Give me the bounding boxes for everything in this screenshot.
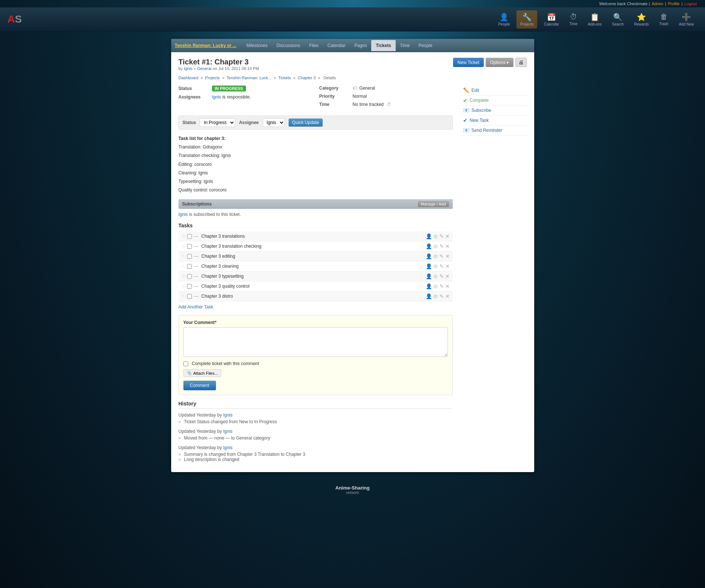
manage-add-button[interactable]: Manage / Add — [418, 201, 449, 207]
task-delete-icon-5[interactable]: ✕ — [445, 283, 450, 289]
status-select[interactable]: In Progress — [200, 118, 235, 127]
history-author-2[interactable]: Ignis — [223, 445, 232, 450]
comment-label: Your Comment* — [183, 320, 448, 325]
history-entry-1: Updated Yesterday by Ignis Moved from — … — [179, 429, 453, 441]
star-icon-4[interactable]: ☆ — [182, 274, 186, 279]
task-delete-icon-4[interactable]: ✕ — [445, 273, 450, 279]
tab-milestones[interactable]: Milestones — [242, 40, 272, 51]
task-checkbox-5[interactable] — [187, 284, 192, 289]
task-checkbox-3[interactable] — [187, 264, 192, 269]
sidebar-complete[interactable]: ✔ Complete — [460, 96, 527, 106]
task-delete-icon-2[interactable]: ✕ — [445, 253, 450, 259]
task-checkbox-6[interactable] — [187, 294, 192, 299]
task-delete-icon-6[interactable]: ✕ — [445, 293, 450, 299]
breadcrumb-tickets[interactable]: Tickets — [278, 76, 291, 80]
nav-addnew[interactable]: ➕ Add New — [675, 10, 698, 29]
task-delete-icon-3[interactable]: ✕ — [445, 263, 450, 269]
task-edit-icon-4[interactable]: ✎ — [439, 273, 444, 279]
breadcrumb-dashboard[interactable]: Dashboard — [179, 76, 199, 80]
quick-update-button[interactable]: Quick Update — [289, 118, 323, 127]
star-icon-0[interactable]: ☆ — [182, 234, 186, 239]
task-complete-icon-3[interactable]: ⊙ — [433, 263, 438, 269]
complete-checkbox[interactable] — [183, 361, 188, 366]
task-assign-icon-1[interactable]: 👤 — [426, 243, 432, 249]
task-assign-icon-6[interactable]: 👤 — [426, 293, 432, 299]
task-assign-icon-3[interactable]: 👤 — [426, 263, 432, 269]
options-button[interactable]: Options ▾ — [486, 58, 513, 67]
tab-pages[interactable]: Pages — [350, 40, 371, 51]
star-icon-3[interactable]: ☆ — [182, 264, 186, 269]
new-task-icon: ✔ — [463, 117, 468, 123]
task-complete-icon-2[interactable]: ⊙ — [433, 253, 438, 259]
nav-rewards[interactable]: ⭐ Rewards — [631, 10, 652, 29]
tab-tickets[interactable]: Tickets — [371, 40, 395, 51]
task-checkbox-2[interactable] — [187, 254, 192, 259]
history-author-1[interactable]: Ignis — [223, 429, 232, 434]
star-icon-6[interactable]: ☆ — [182, 294, 186, 299]
task-complete-icon-0[interactable]: ⊙ — [433, 233, 438, 239]
task-assign-icon-5[interactable]: 👤 — [426, 283, 432, 289]
nav-search[interactable]: 🔍 Search — [608, 10, 628, 29]
task-assign-icon-0[interactable]: 👤 — [426, 233, 432, 239]
task-assign-icon-2[interactable]: 👤 — [426, 253, 432, 259]
nav-addons[interactable]: 📋 Add-ons — [584, 10, 605, 29]
nav-calendar[interactable]: 📅 Calendar — [540, 10, 563, 29]
star-icon-5[interactable]: ☆ — [182, 284, 186, 289]
subscriber-link[interactable]: Ignis — [179, 212, 188, 217]
task-checkbox-4[interactable] — [187, 274, 192, 279]
task-edit-icon-5[interactable]: ✎ — [439, 283, 444, 289]
nav-people[interactable]: 👤 People — [495, 10, 513, 29]
new-ticket-button[interactable]: New Ticket — [453, 58, 484, 67]
star-icon-2[interactable]: ☆ — [182, 254, 186, 259]
history-author-0[interactable]: Ignis — [223, 412, 232, 418]
task-delete-icon-1[interactable]: ✕ — [445, 243, 450, 249]
sidebar-new-task[interactable]: ✔ New Task — [460, 116, 527, 126]
send-reminder-icon: 📧 — [463, 127, 469, 133]
task-assign-icon-4[interactable]: 👤 — [426, 273, 432, 279]
assignee-select[interactable]: Ignis — [263, 118, 285, 127]
task-name-3: Chapter 3 cleaning — [202, 264, 426, 269]
sidebar-subscribe[interactable]: 📧 Subscribe — [460, 106, 527, 116]
nav-time[interactable]: ⏱ Time — [566, 10, 581, 28]
task-complete-icon-1[interactable]: ⊙ — [433, 243, 438, 249]
tab-discussions[interactable]: Discussions — [272, 40, 305, 51]
tab-people[interactable]: People — [414, 40, 437, 51]
print-button[interactable]: 🖨 — [515, 58, 527, 67]
sidebar-edit[interactable]: ✏️ Edit — [460, 86, 527, 96]
attach-files-button[interactable]: 📎 Attach Files... — [183, 369, 222, 377]
breadcrumb-chapter3[interactable]: Chapter 3 — [298, 76, 316, 80]
tab-time[interactable]: Time — [396, 40, 414, 51]
task-edit-icon-3[interactable]: ✎ — [439, 263, 444, 269]
task-edit-icon-0[interactable]: ✎ — [439, 233, 444, 239]
task-delete-icon-0[interactable]: ✕ — [445, 233, 450, 239]
assignee-link[interactable]: Ignis — [212, 94, 221, 100]
breadcrumb-projects[interactable]: Projects — [205, 76, 220, 80]
profile-link[interactable]: Profile — [668, 1, 679, 6]
nav-projects[interactable]: 🔧 Projects — [516, 10, 537, 29]
welcome-text: Welcome back Checkmate | — [599, 1, 650, 6]
logout-link[interactable]: Logout — [684, 1, 697, 6]
ticket-category[interactable]: General — [197, 66, 212, 71]
ticket-author[interactable]: Ignis — [184, 66, 192, 71]
table-row: ☆ — Chapter 3 editing 👤 ⊙ ✎ ✕ — [179, 251, 453, 261]
project-title[interactable]: Tenshin Ranman: Lucky or ... — [175, 43, 236, 48]
tab-calendar[interactable]: Calendar — [323, 40, 350, 51]
tab-files[interactable]: Files — [305, 40, 323, 51]
admin-link[interactable]: Admin — [652, 1, 663, 6]
breadcrumb-project-name[interactable]: Tenshin Ranman: Luck... — [227, 76, 272, 80]
task-edit-icon-1[interactable]: ✎ — [439, 243, 444, 249]
comment-textarea[interactable] — [183, 327, 448, 357]
history-section: History Updated Yesterday by Ignis Ticke… — [179, 401, 453, 462]
nav-trash[interactable]: 🗑 Trash — [655, 10, 672, 28]
star-icon-1[interactable]: ☆ — [182, 244, 186, 249]
comment-submit-button[interactable]: Comment — [183, 381, 216, 390]
task-edit-icon-2[interactable]: ✎ — [439, 253, 444, 259]
add-another-task-button[interactable]: Add Another Task — [179, 304, 213, 310]
task-complete-icon-6[interactable]: ⊙ — [433, 293, 438, 299]
sidebar-send-reminder[interactable]: 📧 Send Reminder — [460, 126, 527, 136]
task-checkbox-1[interactable] — [187, 244, 192, 249]
task-complete-icon-4[interactable]: ⊙ — [433, 273, 438, 279]
task-complete-icon-5[interactable]: ⊙ — [433, 283, 438, 289]
task-edit-icon-6[interactable]: ✎ — [439, 293, 444, 299]
task-checkbox-0[interactable] — [187, 234, 192, 239]
